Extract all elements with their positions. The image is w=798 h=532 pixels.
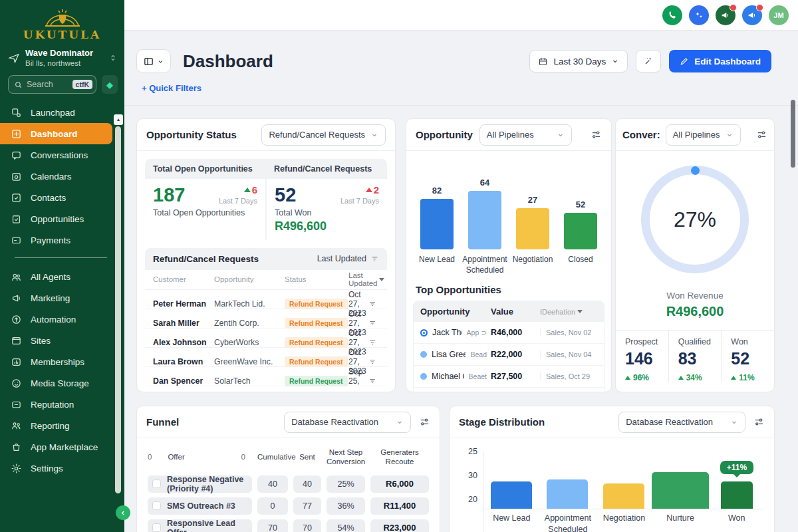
collapse-sidebar-button[interactable] xyxy=(116,505,130,520)
phone-button[interactable] xyxy=(662,5,682,25)
sidebar-nav-secondary: All AgentsMarketingAutomationSitesMember… xyxy=(0,266,124,479)
bar-label: Won xyxy=(708,513,765,532)
dashboard-layout-button[interactable] xyxy=(136,49,171,73)
sidebar-item-label: App Marketplace xyxy=(31,442,98,452)
status-badge: Refund Request xyxy=(285,318,348,329)
row-filter-icon[interactable] xyxy=(368,358,379,366)
col-last-updated-sort[interactable]: Last Updated xyxy=(348,271,384,287)
quick-action-button[interactable]: ◆ xyxy=(102,75,118,94)
sidebar-item-conversations[interactable]: Conversations xyxy=(0,144,112,166)
table-sort-control[interactable]: Last Updated xyxy=(317,254,379,263)
settings-icon xyxy=(11,462,23,474)
opportunity-name: SolarTech xyxy=(214,376,285,386)
updates-button[interactable] xyxy=(742,5,762,25)
content-scrollbar[interactable] xyxy=(791,100,795,168)
table-row[interactable]: Laura BrownGreenWave Inc.Refund RequestO… xyxy=(145,348,387,367)
row-filter-icon[interactable] xyxy=(368,377,379,385)
sidebar-item-memberships[interactable]: Memberships xyxy=(0,351,112,372)
row-filter-icon[interactable] xyxy=(368,319,379,327)
table-title: Refund/Cancel Requests xyxy=(153,254,259,264)
notification-dot xyxy=(730,4,737,11)
sidebar-item-opportunities[interactable]: Opportunities xyxy=(0,208,112,229)
opportunity-status-filter-select[interactable]: Refund/Cancel Requests xyxy=(261,124,386,146)
list-item[interactable]: Jack ThompsonApp ⊃R46,000Sales, Nov 02 xyxy=(414,322,604,344)
date-range-select[interactable]: Last 30 Days xyxy=(529,50,628,72)
funnel-offer[interactable]: Response Negative (Priority #4) xyxy=(148,475,252,493)
sidebar-item-marketing[interactable]: Marketing xyxy=(0,287,112,309)
account-switcher[interactable]: Wave Dominator Bil lls, northwest xyxy=(0,41,124,67)
sliders-icon[interactable] xyxy=(756,129,767,140)
row-filter-icon[interactable] xyxy=(368,300,379,308)
sidebar-scrollbar[interactable] xyxy=(115,126,121,493)
sidebar-item-calendars[interactable]: Calendars xyxy=(0,166,112,187)
stage-distribution-card: Stage Distribution Database Reactivation… xyxy=(449,406,775,532)
sidebar-item-dashboard[interactable]: Dashboard xyxy=(0,123,112,144)
bar-negotiation[interactable] xyxy=(516,208,549,249)
col-sort[interactable]: IDeehation xyxy=(540,308,597,316)
reputation-icon xyxy=(11,398,23,410)
delta-period: Last 7 Days xyxy=(219,197,257,205)
chevron-down-icon xyxy=(726,131,733,139)
list-item[interactable]: Michael ClarkeBeaetR27,500Sales, Oct 29 xyxy=(414,366,604,388)
bar-won[interactable] xyxy=(721,481,753,509)
rewards-button[interactable] xyxy=(689,5,709,25)
table-row[interactable]: Sarah MillerZentih Corp.Refund RequestOc… xyxy=(145,309,387,329)
sidebar-item-all-agents[interactable]: All Agents xyxy=(0,266,112,287)
bar-appointment-scheduled[interactable] xyxy=(547,479,588,509)
col-status: Status xyxy=(285,275,348,283)
sidebar-item-contacts[interactable]: Contacts xyxy=(0,187,112,208)
sites-icon xyxy=(11,334,23,346)
status-cell: Refund Request xyxy=(285,376,348,386)
status-cell: Refund Request xyxy=(285,356,348,367)
bar-label: Negotiation xyxy=(513,255,553,277)
bar-closed[interactable] xyxy=(564,213,597,249)
row-filter-icon[interactable] xyxy=(368,338,379,346)
checkbox[interactable] xyxy=(152,479,161,488)
sidebar-item-automation[interactable]: Automation xyxy=(0,309,112,330)
opportunity-pipeline-select[interactable]: All Pipelines xyxy=(479,124,572,146)
funnel-filter-select[interactable]: Database Reactivation xyxy=(284,412,411,433)
table-row[interactable]: Dan SpencerSolarTechRefund RequestSep 25… xyxy=(145,367,387,386)
checkbox[interactable] xyxy=(152,523,161,532)
edit-dashboard-button[interactable]: Edit Dashboard xyxy=(669,50,771,72)
ai-wand-button[interactable] xyxy=(636,50,661,72)
announcements-button[interactable] xyxy=(716,5,735,25)
sidebar-item-reporting[interactable]: Reporting xyxy=(0,415,112,436)
status-cell: Refund Request xyxy=(285,318,348,329)
bar-new-lead[interactable] xyxy=(491,481,532,509)
search-input[interactable]: Search ctfK xyxy=(8,75,96,94)
sliders-icon[interactable] xyxy=(753,416,765,428)
sidebar-item-media-storage[interactable]: Media Storage xyxy=(0,372,112,394)
sliders-icon[interactable] xyxy=(591,129,602,140)
status-cell: Refund Request xyxy=(285,337,348,348)
sidebar-scroll-up-arrow[interactable]: ▲ xyxy=(114,114,123,125)
sliders-icon[interactable] xyxy=(419,416,430,428)
list-item[interactable]: Lisa GreenBeadR22,000Sales, Nov 04 xyxy=(414,344,604,366)
list-item[interactable]: TechCorp SolutionsReactR30,000Enterprise… xyxy=(414,388,604,392)
sidebar-item-label: Reporting xyxy=(31,421,70,431)
sidebar-item-sites[interactable]: Sites xyxy=(0,330,112,351)
offer-label: SMS Outreach #3 xyxy=(167,501,235,511)
funnel-offer[interactable]: Responsive Lead Offer xyxy=(148,519,252,532)
bar-negotiation[interactable] xyxy=(603,483,644,509)
bar-appointment-scheduled[interactable] xyxy=(468,191,501,249)
bar-new-lead[interactable] xyxy=(420,199,454,249)
table-row[interactable]: Peter HermanMarkTech Lid.Refund RequestO… xyxy=(145,290,387,309)
sidebar-item-reputation[interactable]: Reputation xyxy=(0,394,112,415)
sidebar-item-settings[interactable]: Settings xyxy=(0,458,112,479)
user-avatar[interactable]: JM xyxy=(769,5,789,25)
bar-nurture[interactable] xyxy=(652,472,709,509)
checkbox[interactable] xyxy=(152,501,161,510)
table-row[interactable]: Alex JohnsonCyberWorksRefund RequestOct … xyxy=(145,329,387,348)
conversion-pipeline-select[interactable]: All Pipelines xyxy=(666,124,741,146)
stage-filter-select[interactable]: Database Reactivation xyxy=(618,412,745,433)
bar-value: 82 xyxy=(432,186,442,196)
marketing-icon xyxy=(11,292,23,304)
sidebar-item-launchpad[interactable]: Launchpad xyxy=(0,102,112,123)
quick-filters-link[interactable]: + Quick Filters xyxy=(142,83,201,93)
sidebar-item-payments[interactable]: Payments xyxy=(0,229,112,251)
funnel-offer[interactable]: SMS Outreach #3 xyxy=(148,497,252,515)
sidebar-item-label: All Agents xyxy=(31,272,70,282)
sidebar-item-app-marketplace[interactable]: App Marketplace xyxy=(0,436,112,458)
bar-column-negotiation: 27Negotiation xyxy=(511,171,555,277)
